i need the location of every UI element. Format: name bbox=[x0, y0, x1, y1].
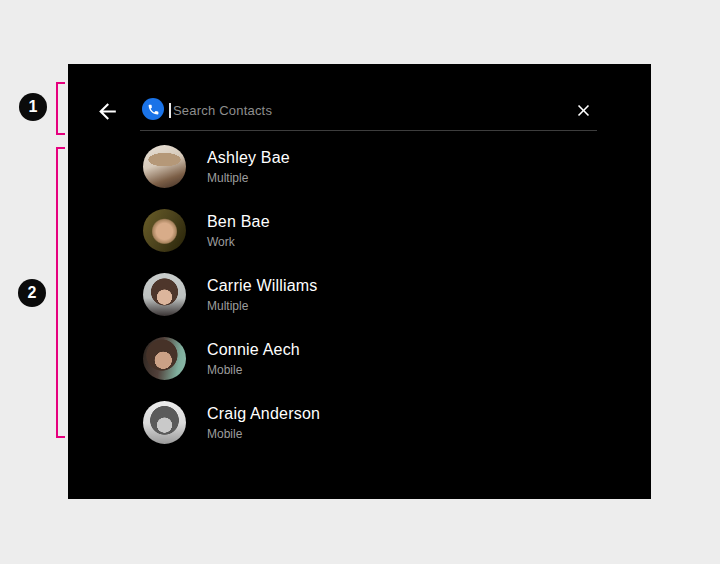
contact-phone-label: Mobile bbox=[207, 363, 300, 377]
annotated-screenshot-page: 1 2 Search Contacts bbox=[0, 0, 720, 564]
text-cursor bbox=[169, 103, 171, 118]
contact-name: Ashley Bae bbox=[207, 148, 290, 167]
contact-avatar bbox=[143, 145, 186, 188]
search-placeholder: Search Contacts bbox=[173, 103, 272, 118]
back-button[interactable] bbox=[91, 95, 123, 127]
arrow-left-icon bbox=[95, 99, 120, 124]
contact-avatar bbox=[143, 337, 186, 380]
annotation-marker-1: 1 bbox=[19, 93, 47, 121]
contact-phone-label: Mobile bbox=[207, 427, 320, 441]
contact-avatar bbox=[143, 273, 186, 316]
contact-row-carrie-williams[interactable]: Carrie Williams Multiple bbox=[68, 262, 651, 326]
annotation-bracket-search-bar bbox=[56, 82, 65, 135]
search-underline bbox=[140, 130, 597, 131]
annotation-bracket-contact-list bbox=[56, 147, 65, 438]
contact-row-ashley-bae[interactable]: Ashley Bae Multiple bbox=[68, 134, 651, 198]
close-icon bbox=[574, 101, 593, 120]
contact-avatar bbox=[143, 401, 186, 444]
contact-row-connie-aech[interactable]: Connie Aech Mobile bbox=[68, 326, 651, 390]
contact-search-screen: Search Contacts Ashley Bae Multiple bbox=[68, 64, 651, 499]
contact-phone-label: Multiple bbox=[207, 299, 318, 313]
contact-phone-label: Multiple bbox=[207, 171, 290, 185]
contact-name: Carrie Williams bbox=[207, 276, 318, 295]
contact-row-craig-anderson[interactable]: Craig Anderson Mobile bbox=[68, 390, 651, 454]
phone-icon bbox=[142, 98, 164, 120]
contact-phone-label: Work bbox=[207, 235, 270, 249]
close-button[interactable] bbox=[568, 95, 598, 125]
contact-avatar bbox=[143, 209, 186, 252]
search-input[interactable]: Search Contacts bbox=[169, 100, 272, 120]
contact-name: Ben Bae bbox=[207, 212, 270, 231]
annotation-marker-1-label: 1 bbox=[29, 98, 38, 116]
contact-list: Ashley Bae Multiple Ben Bae Work Carrie … bbox=[68, 134, 651, 454]
contact-name: Craig Anderson bbox=[207, 404, 320, 423]
annotation-marker-2: 2 bbox=[18, 279, 46, 307]
annotation-marker-2-label: 2 bbox=[28, 284, 37, 302]
contact-name: Connie Aech bbox=[207, 340, 300, 359]
contact-row-ben-bae[interactable]: Ben Bae Work bbox=[68, 198, 651, 262]
